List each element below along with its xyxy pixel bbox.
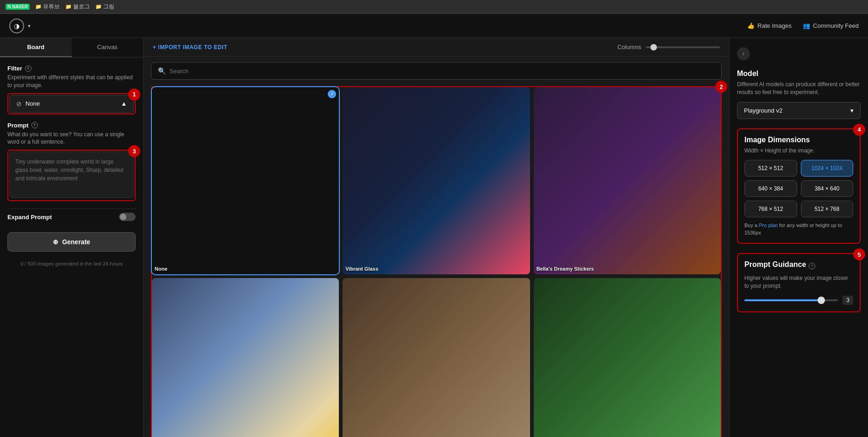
dimension-button-4[interactable]: 768 × 512 — [744, 201, 797, 217]
browser-bar: N NAVER 📁 유튜브 📁 블로그 📁 그림 — [0, 0, 868, 14]
filter-desc: Experiment with different styles that ca… — [7, 74, 136, 89]
tab-canvas[interactable]: Canvas — [72, 38, 144, 57]
filter-grid: ✓ None Vibrant Glass Bella's Dreamy Stic… — [151, 86, 722, 437]
generate-label: Generate — [62, 238, 90, 246]
pro-plan-link[interactable]: Pro plan — [759, 222, 778, 228]
app-header-right: 👍 Rate Images 👥 Community Feed — [747, 22, 859, 29]
filter-select-left: ⊘ None — [16, 100, 40, 108]
annotation-badge-2: 2 — [715, 81, 727, 93]
generate-button[interactable]: ⊕ Generate — [7, 232, 136, 252]
expand-prompt-label: Expand Prompt — [7, 214, 52, 221]
prompt-wrapper: 3 — [7, 150, 136, 201]
filter-item-label-bellas: Bella's Dreamy Stickers — [537, 266, 718, 272]
dimensions-section-desc: Width × Height of the image. — [744, 147, 853, 155]
dimensions-pro-text: Buy a Pro plan for any width or height u… — [744, 222, 853, 236]
rate-images-label: Rate Images — [757, 22, 792, 29]
filter-check-icon: ✓ — [328, 90, 336, 98]
filter-item-none[interactable]: ✓ None — [152, 87, 339, 274]
search-box: 🔍 — [151, 62, 722, 80]
dimension-button-3[interactable]: 384 × 640 — [801, 180, 854, 197]
model-chevron-icon: ▾ — [850, 107, 854, 114]
naver-bookmark[interactable]: N NAVER — [6, 4, 30, 10]
community-feed-label: Community Feed — [813, 22, 859, 29]
dimension-button-1[interactable]: 1024 × 1024 — [801, 160, 854, 177]
model-section-desc: Different AI models can produce differen… — [737, 81, 861, 96]
guidance-slider-row: 3 — [744, 296, 853, 305]
model-select-value: Playground v2 — [744, 107, 782, 114]
app-header: ◑ ▾ 👍 Rate Images 👥 Community Feed — [0, 14, 868, 38]
expand-prompt-row: Expand Prompt — [7, 209, 136, 225]
logo-icon[interactable]: ◑ — [9, 19, 24, 33]
dimension-button-5[interactable]: 512 × 768 — [801, 201, 854, 217]
guidance-value: 3 — [843, 296, 853, 305]
plus-circle-icon: ⊕ — [53, 238, 58, 246]
right-panel: › Model Different AI models can produce … — [729, 38, 868, 437]
filter-grid-wrapper: 2 ✓ None Vibrant Glass Bella's Dreamy St… — [151, 86, 722, 437]
filter-item-label-vibrant: Vibrant Glass — [345, 266, 527, 272]
main-layout: Board Canvas Filter ? Experiment with di… — [0, 38, 868, 437]
logo-chevron-icon[interactable]: ▾ — [28, 23, 31, 29]
thumbs-up-icon: 👍 — [747, 22, 755, 29]
guidance-section-desc: Higher values will make your image close… — [744, 274, 853, 290]
sidebar-content: Filter ? Experiment with different style… — [0, 57, 143, 437]
tab-board[interactable]: Board — [0, 38, 72, 57]
columns-slider[interactable] — [646, 46, 720, 48]
rate-images-button[interactable]: 👍 Rate Images — [747, 22, 792, 29]
community-icon: 👥 — [803, 22, 810, 29]
columns-control: Columns — [618, 44, 720, 51]
expand-prompt-toggle[interactable] — [119, 213, 136, 221]
prompt-desc: What do you want to see? You can use a s… — [7, 131, 136, 146]
import-image-button[interactable]: + IMPORT IMAGE TO EDIT — [153, 44, 227, 51]
annotation-badge-4: 4 — [853, 124, 865, 136]
filter-item-bg-macro: Macro Realism — [534, 278, 721, 437]
dimensions-section-title: Image Dimensions — [744, 136, 853, 144]
drawing-bookmark[interactable]: 📁 그림 — [95, 3, 114, 11]
guidance-section: 5 Prompt Guidance ? Higher values will m… — [737, 253, 861, 312]
filter-info-icon[interactable]: ? — [25, 65, 31, 72]
blog-bookmark[interactable]: 📁 블로그 — [65, 3, 90, 11]
dimensions-grid: 512 × 5121024 × 1024640 × 384384 × 64076… — [744, 160, 853, 217]
search-icon: 🔍 — [158, 67, 166, 75]
center-toolbar: + IMPORT IMAGE TO EDIT Columns — [144, 38, 729, 57]
tab-bar: Board Canvas — [0, 38, 143, 57]
guidance-info-icon[interactable]: ? — [809, 263, 815, 269]
annotation-badge-3: 3 — [128, 145, 140, 157]
filter-item-macro[interactable]: Macro Realism — [534, 278, 721, 437]
dimensions-section: 4 Image Dimensions Width × Height of the… — [737, 128, 861, 244]
prompt-label: Prompt ? — [7, 122, 136, 129]
center-panel: + IMPORT IMAGE TO EDIT Columns 🔍 2 ✓ Non… — [144, 38, 729, 437]
search-input[interactable] — [169, 68, 715, 75]
images-count: 0 / 500 images generated in the last 24 … — [7, 261, 136, 266]
filter-select-dropdown[interactable]: ⊘ None ▲ — [9, 95, 134, 113]
filter-item-bg-none: ✓ None — [152, 87, 339, 274]
filter-item-vibrant[interactable]: Vibrant Glass — [343, 87, 530, 274]
guidance-slider[interactable] — [744, 299, 838, 301]
prompt-textarea[interactable] — [9, 152, 134, 198]
dimension-button-2[interactable]: 640 × 384 — [744, 180, 797, 197]
filter-item-bellas[interactable]: Bella's Dreamy Stickers — [534, 87, 721, 274]
filter-item-bg-ultra: Ultra Lighting — [152, 278, 339, 437]
filter-item-label-none: None — [155, 266, 336, 272]
dimension-button-0[interactable]: 512 × 512 — [744, 160, 797, 177]
expand-right-panel-button[interactable]: › — [737, 47, 750, 60]
filter-select-wrapper: 1 ⊘ None ▲ — [7, 93, 136, 114]
prompt-section: Prompt ? What do you want to see? You ca… — [7, 122, 136, 202]
left-sidebar: Board Canvas Filter ? Experiment with di… — [0, 38, 144, 437]
youtube-bookmark[interactable]: 📁 유튜브 — [35, 3, 60, 11]
community-feed-button[interactable]: 👥 Community Feed — [803, 22, 859, 29]
guidance-slider-thumb — [818, 297, 825, 304]
filter-item-bg-watercolor: Watercolor — [343, 278, 530, 437]
filter-item-ultra[interactable]: Ultra Lighting — [152, 278, 339, 437]
prompt-info-icon[interactable]: ? — [31, 122, 38, 128]
model-select-dropdown[interactable]: Playground v2 ▾ — [737, 102, 861, 119]
filter-panel: 🔍 2 ✓ None Vibrant Glass Bella's Dreamy … — [144, 57, 729, 437]
filter-item-watercolor[interactable]: Watercolor — [343, 278, 530, 437]
app-header-left: ◑ ▾ — [9, 19, 31, 33]
annotation-badge-1: 1 — [128, 89, 140, 101]
guidance-section-title: Prompt Guidance — [744, 260, 806, 269]
filter-item-bg-bellas: Bella's Dreamy Stickers — [534, 87, 721, 274]
model-section: Model Different AI models can produce di… — [737, 70, 861, 119]
columns-label: Columns — [618, 44, 641, 51]
filter-chevron-icon: ▲ — [121, 100, 127, 107]
annotation-badge-5: 5 — [853, 248, 865, 260]
